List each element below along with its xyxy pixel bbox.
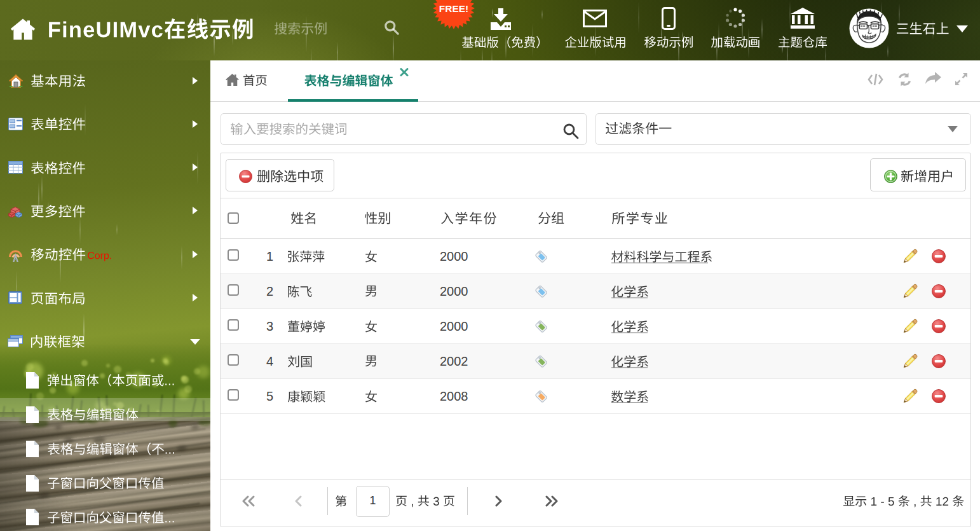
svg-text:FREE!: FREE! xyxy=(439,3,469,14)
